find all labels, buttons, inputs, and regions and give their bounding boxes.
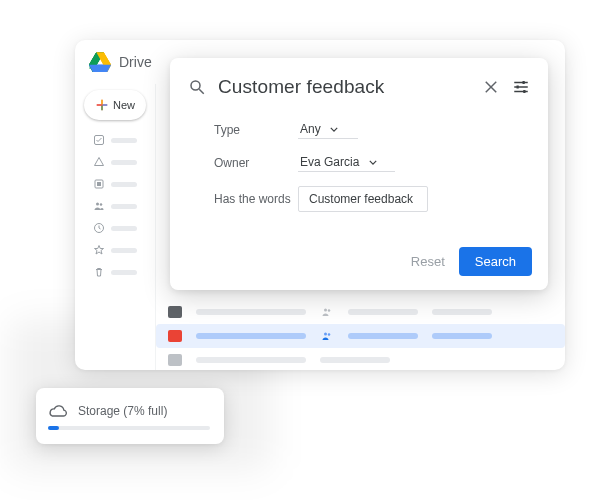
trash-icon (93, 266, 105, 278)
file-type-icon (168, 354, 182, 366)
chevron-down-icon (330, 122, 338, 136)
placeholder-line (196, 357, 306, 363)
placeholder-line (432, 333, 492, 339)
new-button[interactable]: New (84, 90, 146, 120)
drive-triangle-icon (93, 156, 105, 168)
filter-type-row: Type Any (214, 120, 530, 139)
placeholder-line (111, 226, 137, 231)
reset-button[interactable]: Reset (411, 254, 445, 269)
search-filters: Type Any Owner Eva Garcia Has the words … (188, 102, 530, 212)
placeholder-line (196, 309, 306, 315)
words-input[interactable]: Customer feedback (298, 186, 428, 212)
svg-rect-12 (103, 104, 108, 105)
words-label: Has the words (214, 192, 298, 206)
placeholder-line (348, 333, 418, 339)
people-icon (320, 306, 334, 318)
type-value: Any (300, 122, 321, 136)
sidebar-item-shared-with-me[interactable] (85, 198, 145, 214)
search-panel: Customer feedback Type Any Owner Eva Gar… (170, 58, 548, 290)
cloud-icon (48, 404, 68, 418)
svg-point-24 (328, 333, 331, 336)
svg-rect-14 (97, 104, 102, 105)
placeholder-line (196, 333, 306, 339)
owner-label: Owner (214, 156, 298, 170)
search-actions: Reset Search (411, 247, 532, 276)
type-label: Type (214, 123, 298, 137)
file-type-icon (168, 306, 182, 318)
placeholder-line (320, 357, 390, 363)
star-icon (93, 244, 105, 256)
new-button-label: New (113, 99, 135, 111)
filter-owner-row: Owner Eva Garcia (214, 153, 530, 172)
clear-icon[interactable] (482, 78, 500, 96)
sidebar-item-recent[interactable] (85, 220, 145, 236)
chevron-down-icon (369, 155, 377, 169)
svg-rect-34 (523, 90, 525, 93)
storage-header: Storage (7% full) (48, 404, 210, 418)
svg-point-18 (96, 203, 99, 206)
placeholder-line (111, 204, 137, 209)
placeholder-line (432, 309, 492, 315)
filter-words-row: Has the words Customer feedback (214, 186, 530, 212)
svg-rect-17 (97, 182, 101, 186)
svg-point-22 (328, 309, 331, 312)
tune-icon[interactable] (512, 78, 530, 96)
check-square-icon (93, 134, 105, 146)
shared-drives-icon (93, 178, 105, 190)
placeholder-line (111, 182, 137, 187)
file-row-selected[interactable] (156, 324, 565, 348)
svg-point-23 (324, 333, 327, 336)
svg-rect-13 (101, 106, 102, 111)
owner-select[interactable]: Eva Garcia (298, 153, 395, 172)
drive-logo-icon (89, 52, 111, 72)
search-query-text[interactable]: Customer feedback (218, 76, 470, 98)
storage-progress-fill (48, 426, 59, 430)
search-button[interactable]: Search (459, 247, 532, 276)
placeholder-line (111, 160, 137, 165)
file-row[interactable] (156, 348, 565, 370)
plus-icon (95, 98, 109, 112)
svg-rect-11 (101, 100, 102, 105)
svg-rect-33 (517, 86, 519, 89)
sidebar-item-starred[interactable] (85, 242, 145, 258)
svg-point-21 (324, 309, 327, 312)
svg-rect-32 (523, 81, 525, 84)
people-icon (320, 330, 334, 342)
sidebar-item-trash[interactable] (85, 264, 145, 280)
storage-label: Storage (7% full) (78, 404, 167, 418)
svg-line-26 (199, 89, 204, 94)
svg-marker-9 (89, 65, 111, 72)
svg-point-25 (191, 81, 200, 90)
search-bar: Customer feedback (188, 72, 530, 102)
sidebar-item-shared-drives[interactable] (85, 176, 145, 192)
svg-point-19 (100, 203, 103, 206)
sidebar: New (75, 84, 155, 370)
people-icon (93, 200, 105, 212)
sidebar-item-my-drive[interactable] (85, 154, 145, 170)
file-row[interactable] (156, 300, 565, 324)
search-icon (188, 78, 206, 96)
clock-icon (93, 222, 105, 234)
app-name: Drive (119, 54, 152, 70)
storage-card[interactable]: Storage (7% full) (36, 388, 224, 444)
file-type-icon (168, 330, 182, 342)
placeholder-line (111, 248, 137, 253)
storage-progress-bar (48, 426, 210, 430)
placeholder-line (348, 309, 418, 315)
placeholder-line (111, 270, 137, 275)
placeholder-line (111, 138, 137, 143)
sidebar-item-priority[interactable] (85, 132, 145, 148)
type-select[interactable]: Any (298, 120, 358, 139)
owner-value: Eva Garcia (300, 155, 359, 169)
